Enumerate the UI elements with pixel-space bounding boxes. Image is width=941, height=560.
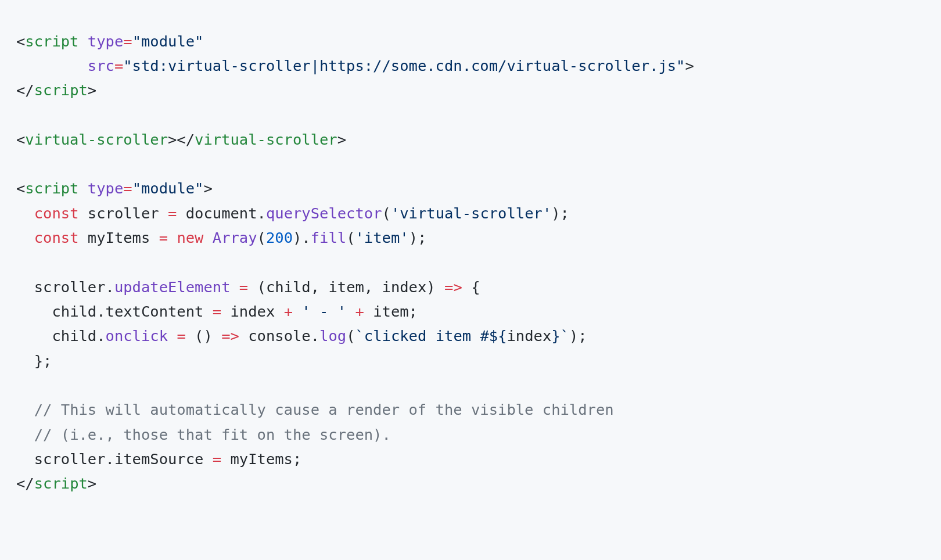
- code-line-3: </script>: [16, 81, 96, 99]
- code-line-2: src="std:virtual-scroller|https://some.c…: [16, 57, 694, 74]
- code-line-12: child.textContent = index + ' - ' + item…: [16, 303, 418, 320]
- code-line-17: // (i.e., those that fit on the screen).: [16, 426, 391, 443]
- code-line-1: <script type="module": [16, 33, 203, 50]
- code-line-18: scroller.itemSource = myItems;: [16, 450, 301, 468]
- code-line-9: const myItems = new Array(200).fill('ite…: [16, 229, 426, 246]
- code-line-11: scroller.updateElement = (child, item, i…: [16, 278, 480, 296]
- code-line-8: const scroller = document.querySelector(…: [16, 204, 569, 222]
- code-block: <script type="module" src="std:virtual-s…: [0, 15, 941, 510]
- code-line-14: };: [16, 352, 52, 369]
- code-line-13: child.onclick = () => console.log(`click…: [16, 327, 587, 344]
- code-line-7: <script type="module">: [16, 180, 213, 197]
- code-line-5: <virtual-scroller></virtual-scroller>: [16, 131, 346, 148]
- code-line-19: </script>: [16, 475, 96, 492]
- code-line-16: // This will automatically cause a rende…: [16, 401, 614, 418]
